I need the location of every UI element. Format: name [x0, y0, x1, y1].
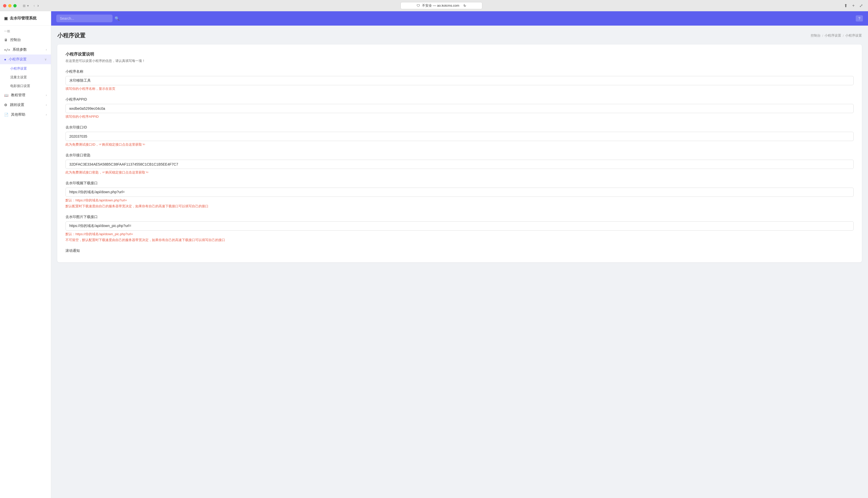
sidebar-logo: ▣ 去水印管理系统	[0, 11, 51, 26]
sidebar-label-console: 控制台	[10, 38, 21, 42]
address-bar-container: 🛡 不安全 — ao.koicms.com ↻	[41, 2, 842, 9]
chevron-right-icon2: ›	[46, 93, 47, 97]
sidebar-sub-label-traffic: 流量主设置	[10, 75, 27, 80]
chevron-down-icon[interactable]: ▾	[27, 4, 29, 8]
sidebar-item-system-params[interactable]: </> 系统参数 ›	[0, 45, 51, 54]
hint-appid: 填写你的小程序APPID	[66, 114, 854, 119]
form-group-image-api: 去水印图片下载接口 默认：https://你的域名/api/down_pic.p…	[66, 215, 854, 243]
sidebar-general-label: 一般	[0, 26, 51, 35]
chevron-right-icon3: ›	[46, 103, 47, 107]
back-icon[interactable]: ‹	[33, 3, 35, 8]
sidebar-sub-item-movie-api[interactable]: 电影接口设置	[0, 82, 51, 90]
chevron-right-icon: ›	[46, 48, 47, 51]
add-tab-icon[interactable]: +	[852, 3, 855, 8]
sidebar-item-console[interactable]: 🖥 控制台	[0, 35, 51, 45]
input-api-id[interactable]	[66, 132, 854, 141]
help-icon[interactable]: ?	[856, 15, 863, 22]
hint-image-api-note: 不可留空，默认配置时下载速度由自己的服务器带宽决定，如果你有自己的高速下载接口可…	[66, 238, 854, 243]
hint-video-api-note: 默认配置时下载速度由自己的服务器带宽决定，如果你有自己的高速下载接口可以填写自己…	[66, 204, 854, 209]
sidebar-label-other-help: 其他帮助	[11, 112, 25, 117]
close-button[interactable]	[3, 4, 6, 8]
hint-api-key: 此为免费测试接口密匙，☞购买稳定接口点击这里获取☜	[66, 170, 854, 175]
gear-icon: ⚙	[4, 103, 8, 107]
main-content: 🔍 ? 小程序设置 控制台 / 小程序设置 / 小程序设置 小程序设置说明	[51, 11, 868, 498]
sidebar-toggle-icon[interactable]: ⊞	[23, 4, 26, 8]
shield-icon: 🛡	[417, 4, 420, 8]
topbar: 🔍 ?	[51, 11, 868, 26]
breadcrumb-sep1: /	[822, 34, 823, 38]
sidebar-label-redirect: 跳转设置	[10, 103, 24, 107]
nav-arrows[interactable]: ‹ ›	[33, 3, 39, 8]
logo-icon: ▣	[4, 16, 8, 21]
monitor-icon: 🖥	[4, 38, 8, 42]
chevron-down-icon: ∨	[44, 57, 47, 61]
hint-video-api-default: 默认：https://你的域名/api/down.php?url=	[66, 198, 854, 203]
label-appid: 小程序APPID	[66, 97, 854, 102]
hint-image-api-default: 默认：https://你的域名/api/down_pic.php?url=	[66, 232, 854, 236]
address-bar[interactable]: 🛡 不安全 — ao.koicms.com ↻	[401, 2, 482, 9]
input-video-api[interactable]	[66, 187, 854, 197]
form-group-video-api: 去水印视频下载接口 默认：https://你的域名/api/down.php?u…	[66, 181, 854, 209]
sidebar-item-other-help[interactable]: 📄 其他帮助 ›	[0, 110, 51, 119]
input-app-name[interactable]	[66, 76, 854, 85]
breadcrumb-section: 小程序设置	[825, 33, 841, 38]
search-icon: 🔍	[114, 16, 120, 21]
fullscreen-icon[interactable]: ⤢	[859, 3, 863, 9]
url-text: 不安全 — ao.koicms.com	[422, 3, 459, 8]
input-api-key[interactable]	[66, 160, 854, 169]
hint-api-id: 此为免费测试接口ID，☞购买稳定接口点击这里获取☜	[66, 142, 854, 147]
settings-card: 小程序设置说明 在这里您可以设置小程序的信息，请认真填写每一项！ 小程序名称 填…	[57, 44, 862, 262]
label-app-name: 小程序名称	[66, 69, 854, 74]
app-container: ▣ 去水印管理系统 一般 🖥 控制台 </> 系统参数 › ● 小程序设置 ∨ …	[0, 11, 868, 498]
label-api-id: 去水印接口ID	[66, 125, 854, 130]
circle-icon: ●	[4, 57, 6, 62]
section-title: 小程序设置说明	[66, 52, 854, 57]
sidebar-label-mini-program: 小程序设置	[9, 57, 27, 62]
logo-text: 去水印管理系统	[10, 16, 37, 21]
chevron-right-icon4: ›	[46, 113, 47, 116]
form-group-api-id: 去水印接口ID 此为免费测试接口ID，☞购买稳定接口点击这里获取☜	[66, 125, 854, 147]
label-video-api: 去水印视频下载接口	[66, 181, 854, 185]
input-appid[interactable]	[66, 104, 854, 113]
hint-app-name: 填写你的小程序名称，显示在首页	[66, 87, 854, 91]
minimize-button[interactable]	[8, 4, 12, 8]
book-icon: 📖	[4, 93, 9, 97]
form-group-appid: 小程序APPID 填写你的小程序APPID	[66, 97, 854, 119]
sidebar-item-tutorial[interactable]: 📖 教程管理 ›	[0, 90, 51, 100]
sidebar-item-redirect[interactable]: ⚙ 跳转设置 ›	[0, 100, 51, 110]
input-image-api[interactable]	[66, 221, 854, 231]
nav-controls: ⊞ ▾	[23, 4, 29, 8]
sidebar: ▣ 去水印管理系统 一般 🖥 控制台 </> 系统参数 › ● 小程序设置 ∨ …	[0, 11, 51, 498]
form-group-app-name: 小程序名称 填写你的小程序名称，显示在首页	[66, 69, 854, 91]
refresh-icon[interactable]: ↻	[463, 4, 466, 8]
breadcrumb-sep2: /	[843, 34, 844, 38]
breadcrumb-current: 小程序设置	[845, 33, 862, 38]
search-input[interactable]	[56, 15, 112, 22]
window-controls[interactable]	[3, 4, 17, 8]
breadcrumb-home: 控制台	[811, 33, 821, 38]
titlebar-right-actions: ⬆ + ⤢	[844, 3, 865, 9]
form-group-api-key: 去水印接口密匙 此为免费测试接口密匙，☞购买稳定接口点击这里获取☜	[66, 153, 854, 175]
label-image-api: 去水印图片下载接口	[66, 215, 854, 219]
section-description: 小程序设置说明 在这里您可以设置小程序的信息，请认真填写每一项！	[66, 52, 854, 63]
sidebar-sub-label-settings: 小程序设置	[10, 66, 27, 71]
sidebar-sub-label-movie: 电影接口设置	[10, 84, 30, 88]
page-header: 小程序设置 控制台 / 小程序设置 / 小程序设置	[57, 32, 862, 39]
forward-icon[interactable]: ›	[37, 3, 39, 8]
label-api-key: 去水印接口密匙	[66, 153, 854, 158]
share-icon[interactable]: ⬆	[844, 3, 847, 9]
titlebar: ⊞ ▾ ‹ › 🛡 不安全 — ao.koicms.com ↻ ⬆ + ⤢	[0, 0, 868, 11]
next-section-label: 滚动通知	[66, 249, 854, 253]
sidebar-item-mini-program[interactable]: ● 小程序设置 ∨	[0, 54, 51, 64]
maximize-button[interactable]	[13, 4, 17, 8]
sidebar-label-system-params: 系统参数	[13, 47, 27, 52]
sidebar-sub-item-traffic[interactable]: 流量主设置	[0, 73, 51, 82]
document-icon: 📄	[4, 113, 9, 117]
page-title: 小程序设置	[57, 32, 85, 39]
sidebar-label-tutorial: 教程管理	[11, 93, 25, 97]
code-icon: </>	[4, 48, 10, 52]
section-desc: 在这里您可以设置小程序的信息，请认真填写每一项！	[66, 58, 854, 63]
content-area: 小程序设置 控制台 / 小程序设置 / 小程序设置 小程序设置说明 在这里您可以…	[51, 26, 868, 498]
sidebar-sub-item-mini-program-settings[interactable]: 小程序设置	[0, 64, 51, 73]
breadcrumb: 控制台 / 小程序设置 / 小程序设置	[811, 33, 862, 38]
